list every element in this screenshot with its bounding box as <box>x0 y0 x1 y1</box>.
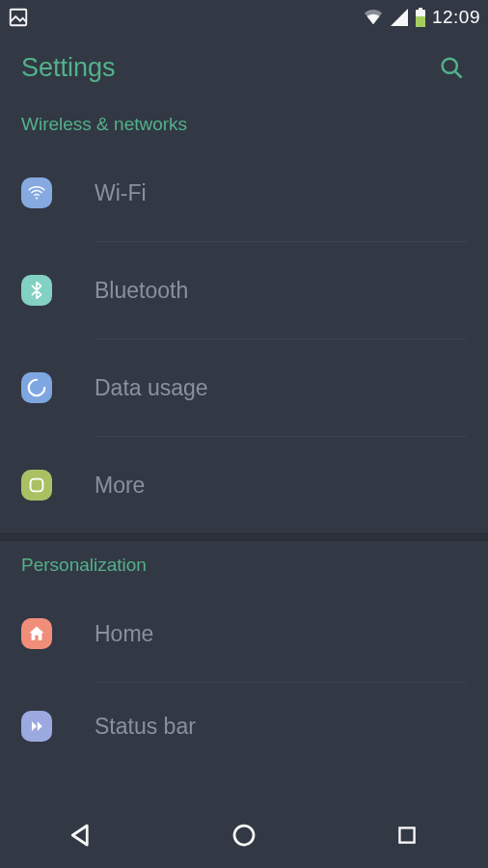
svg-point-4 <box>443 59 457 73</box>
wifi-status-icon <box>363 8 384 27</box>
home-nav-icon <box>230 821 258 850</box>
row-wifi[interactable]: Wi-Fi <box>0 145 488 241</box>
recents-icon <box>394 823 420 848</box>
svg-marker-8 <box>32 721 37 731</box>
row-label-wifi: Wi-Fi <box>95 180 147 206</box>
svg-rect-1 <box>419 8 422 10</box>
row-label-status-bar: Status bar <box>95 714 196 740</box>
app-bar: Settings <box>0 35 488 100</box>
signal-status-icon <box>390 8 409 27</box>
picture-notification-icon <box>8 7 29 28</box>
section-gap <box>0 533 488 541</box>
search-button[interactable] <box>436 52 467 83</box>
svg-point-11 <box>234 826 254 845</box>
nav-back-button[interactable] <box>47 816 115 854</box>
battery-status-icon <box>415 8 426 27</box>
svg-marker-10 <box>73 826 88 845</box>
row-label-data-usage: Data usage <box>95 375 208 401</box>
row-label-bluetooth: Bluetooth <box>95 278 188 304</box>
svg-rect-3 <box>416 16 425 27</box>
row-label-more: More <box>95 473 145 499</box>
page-title: Settings <box>21 53 116 83</box>
status-bar-icon <box>21 711 52 742</box>
status-bar: 12:09 <box>0 0 488 35</box>
row-status-bar[interactable]: Status bar <box>0 683 488 770</box>
wifi-icon <box>21 177 52 208</box>
bluetooth-icon <box>21 275 52 306</box>
back-icon <box>67 821 95 850</box>
row-bluetooth[interactable]: Bluetooth <box>0 242 488 339</box>
status-time: 12:09 <box>432 7 480 28</box>
section-header-wireless: Wireless & networks <box>0 100 488 145</box>
svg-rect-12 <box>399 827 414 842</box>
svg-rect-7 <box>31 479 43 492</box>
section-personalization: Personalization Home Status bar <box>0 541 488 770</box>
navigation-bar <box>0 802 488 868</box>
svg-marker-9 <box>38 721 42 731</box>
row-data-usage[interactable]: Data usage <box>0 339 488 436</box>
data-usage-icon <box>21 372 52 403</box>
svg-point-6 <box>36 197 38 199</box>
nav-recents-button[interactable] <box>373 816 441 854</box>
svg-line-5 <box>455 71 461 77</box>
home-icon <box>21 618 52 649</box>
row-more[interactable]: More <box>0 437 488 533</box>
section-header-personalization: Personalization <box>0 541 488 585</box>
search-icon <box>438 54 465 81</box>
nav-home-button[interactable] <box>210 816 278 854</box>
more-icon <box>21 470 52 501</box>
section-wireless: Wireless & networks Wi-Fi Bluetooth Da <box>0 100 488 533</box>
svg-rect-0 <box>11 10 27 26</box>
row-label-home: Home <box>95 621 153 647</box>
row-home[interactable]: Home <box>0 585 488 682</box>
